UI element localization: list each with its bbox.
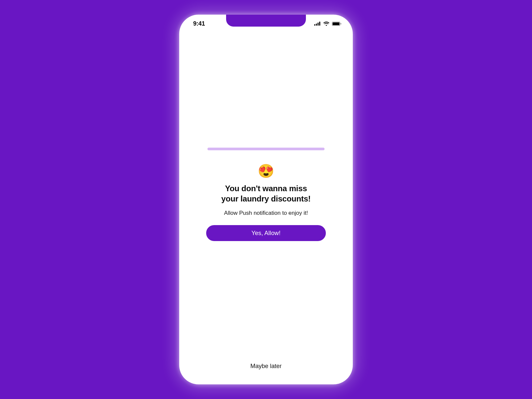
maybe-later-button[interactable]: Maybe later <box>179 363 353 370</box>
phone-notch <box>226 15 306 27</box>
phone-frame: 9:41 <box>179 15 353 384</box>
prompt-headline: You don't wanna miss your laundry discou… <box>221 184 311 204</box>
svg-rect-0 <box>314 24 315 26</box>
heart-eyes-emoji-icon: 😍 <box>258 164 274 178</box>
svg-rect-3 <box>319 22 320 26</box>
prompt-subtext: Allow Push notification to enjoy it! <box>224 210 308 216</box>
battery-icon <box>332 22 341 26</box>
allow-button[interactable]: Yes, Allow! <box>206 225 326 241</box>
headline-line-1: You don't wanna miss <box>225 184 307 193</box>
svg-rect-2 <box>318 23 319 26</box>
svg-rect-6 <box>340 23 341 25</box>
svg-rect-5 <box>332 22 339 25</box>
wifi-icon <box>323 22 330 26</box>
progress-bar <box>207 148 325 150</box>
status-time: 9:41 <box>189 18 205 27</box>
permission-prompt: 😍 You don't wanna miss your laundry disc… <box>179 15 353 384</box>
svg-rect-1 <box>316 24 317 26</box>
status-icons <box>314 20 343 26</box>
cellular-signal-icon <box>314 22 321 26</box>
headline-line-2: your laundry discounts! <box>221 194 311 203</box>
